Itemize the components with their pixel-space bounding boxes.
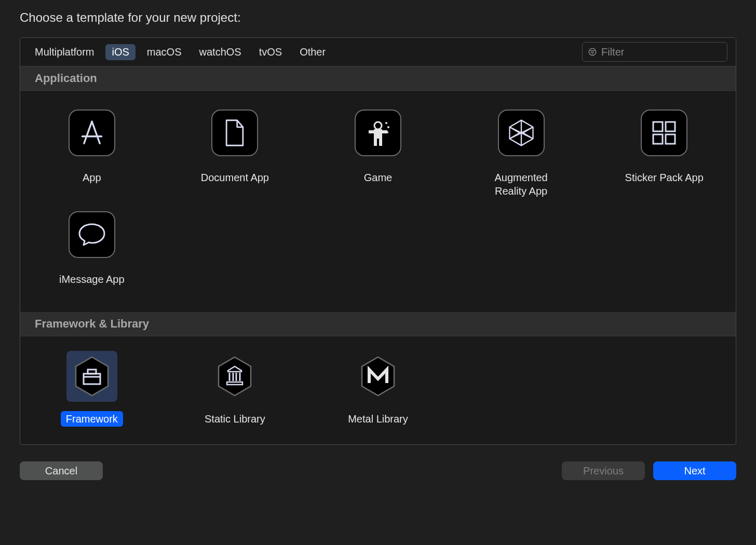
template-label: App — [77, 170, 106, 185]
template-metal-library[interactable]: Metal Library — [306, 347, 450, 431]
app-icon — [69, 110, 115, 156]
tab-watchos[interactable]: watchOS — [193, 44, 248, 60]
template-static-library[interactable]: Static Library — [164, 347, 307, 431]
document-icon — [211, 110, 258, 156]
framework-grid: Framework — [20, 336, 736, 444]
sheet-title: Choose a template for your new project: — [20, 10, 736, 25]
metal-library-icon — [357, 355, 399, 398]
tab-other[interactable]: Other — [293, 44, 332, 60]
template-panel: Multiplatform iOS macOS watchOS tvOS Oth… — [20, 37, 736, 445]
template-label: Document App — [196, 170, 274, 185]
platform-bar: Multiplatform iOS macOS watchOS tvOS Oth… — [20, 38, 736, 66]
svg-point-12 — [386, 131, 388, 133]
cancel-button[interactable]: Cancel — [20, 461, 103, 480]
previous-button: Previous — [562, 461, 645, 480]
filter-input[interactable] — [601, 46, 733, 58]
ar-icon — [498, 110, 545, 156]
template-label: Sticker Pack App — [620, 170, 709, 185]
tab-macos[interactable]: macOS — [141, 44, 188, 60]
tab-multiplatform[interactable]: Multiplatform — [29, 44, 100, 60]
template-label: Augmented Reality App — [475, 170, 568, 199]
tab-tvos[interactable]: tvOS — [253, 44, 288, 60]
template-app[interactable]: App — [20, 101, 164, 203]
template-ar-app[interactable]: Augmented Reality App — [450, 101, 593, 203]
new-project-sheet: Choose a template for your new project: … — [0, 0, 756, 495]
next-button[interactable]: Next — [653, 461, 736, 480]
svg-rect-13 — [653, 122, 663, 131]
framework-icon — [71, 355, 113, 398]
game-icon — [355, 110, 401, 156]
imessage-icon — [69, 211, 115, 258]
footer-buttons: Cancel Previous Next — [20, 461, 736, 480]
svg-rect-5 — [374, 129, 382, 139]
svg-point-10 — [385, 122, 387, 124]
template-label: Game — [359, 170, 397, 185]
svg-rect-15 — [653, 134, 663, 144]
template-label: iMessage App — [54, 271, 130, 287]
tab-ios[interactable]: iOS — [105, 44, 135, 60]
svg-rect-6 — [369, 130, 374, 133]
template-sticker-pack[interactable]: Sticker Pack App — [592, 101, 736, 203]
section-header-application: Application — [20, 66, 736, 91]
template-label: Static Library — [199, 411, 271, 427]
platform-tabs: Multiplatform iOS macOS watchOS tvOS Oth… — [29, 44, 332, 60]
svg-rect-14 — [666, 122, 675, 131]
static-library-icon — [213, 355, 256, 398]
application-grid: App Document App — [20, 91, 736, 312]
filter-icon — [588, 47, 597, 57]
template-label: Metal Library — [343, 411, 413, 427]
sticker-icon — [641, 110, 687, 156]
section-header-framework: Framework & Library — [20, 312, 736, 336]
svg-rect-8 — [374, 139, 377, 146]
svg-point-11 — [387, 126, 389, 128]
template-imessage-app[interactable]: iMessage App — [20, 203, 164, 291]
template-game[interactable]: Game — [306, 101, 450, 203]
filter-field-wrap[interactable] — [582, 42, 727, 62]
svg-rect-9 — [379, 139, 382, 146]
template-document-app[interactable]: Document App — [164, 101, 307, 203]
svg-point-4 — [374, 122, 382, 129]
template-label: Framework — [61, 411, 123, 427]
svg-rect-16 — [666, 134, 675, 144]
template-framework[interactable]: Framework — [20, 347, 164, 431]
